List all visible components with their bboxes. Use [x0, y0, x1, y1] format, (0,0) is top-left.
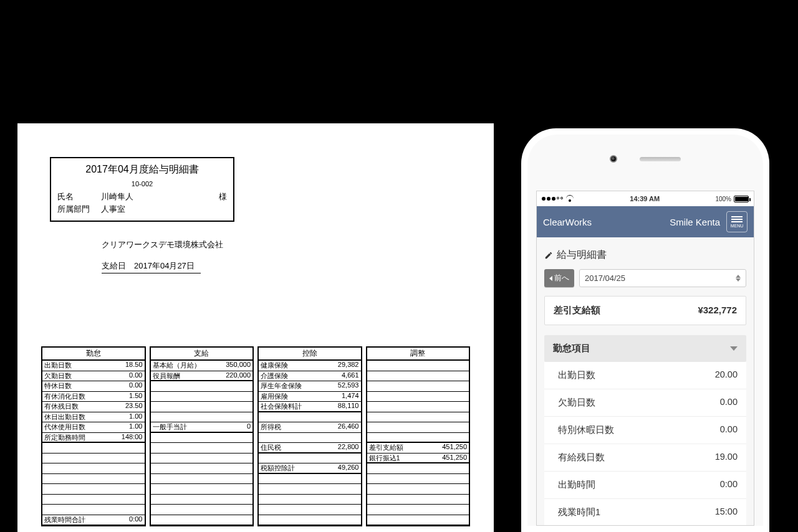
table-row	[151, 402, 253, 412]
table-row	[367, 371, 469, 382]
pencil-icon	[544, 251, 553, 260]
table-row: 差引支給額451,250	[367, 443, 469, 454]
adjustment-header: 調整	[367, 348, 469, 361]
menu-button[interactable]: MENU	[726, 211, 748, 232]
payslip-title: 2017年04月度給与明細書	[57, 162, 227, 178]
chevron-down-icon	[730, 346, 738, 351]
table-row	[367, 392, 469, 402]
table-row: 健康保険29,382	[259, 361, 361, 371]
table-row	[367, 484, 469, 495]
employee-code: 10-002	[57, 179, 227, 189]
payslip-header-box: 2017年04月度給与明細書 10-002 氏名 川崎隼人 様 所属部門 人事室	[50, 157, 234, 222]
table-row	[151, 443, 253, 454]
name-value: 川崎隼人	[101, 191, 208, 203]
table-row: 有休消化日数1.50	[42, 392, 145, 402]
table-row	[367, 412, 469, 423]
user-name: Smile Kenta	[670, 217, 720, 227]
attendance-list: 出勤日数20.00欠勤日数0.00特別休暇日数0.00有給残日数19.00出勤時…	[544, 362, 746, 525]
table-row: 欠勤日数0.00	[42, 371, 145, 382]
adjustment-table: 調整 差引支給額451,250銀行振込1451,250	[366, 346, 471, 526]
status-time: 14:39 AM	[630, 195, 660, 202]
phone-screen: 14:39 AM 100% ClearWorks Smile Kenta MEN…	[536, 191, 754, 526]
camera-icon	[610, 155, 617, 163]
phone-mockup: 14:39 AM 100% ClearWorks Smile Kenta MEN…	[521, 128, 769, 532]
table-row	[367, 474, 469, 485]
list-item: 欠勤日数0.00	[544, 389, 746, 417]
payment-table: 支給 基本給（月給）350,000役員報酬220,000一般手当計0	[150, 346, 254, 526]
page-title: 給与明細書	[544, 249, 746, 262]
dept-label: 所属部門	[57, 203, 101, 216]
dept-row: 所属部門 人事室	[57, 203, 227, 216]
table-row: 役員報酬220,000	[151, 371, 253, 382]
table-row	[367, 422, 469, 433]
table-row: 厚生年金保険52,593	[259, 381, 361, 392]
battery-percent: 100%	[715, 196, 731, 202]
table-row: 基本給（月給）350,000	[151, 361, 253, 371]
table-row: 休日出勤日数1.00	[42, 412, 145, 423]
list-item: 残業時間115:00	[544, 499, 746, 525]
table-row	[367, 381, 469, 392]
table-row	[42, 505, 145, 515]
table-row	[42, 463, 145, 474]
date-select[interactable]: 2017/04/25	[579, 269, 746, 287]
table-row	[367, 433, 469, 444]
table-row: 社会保険料計88,110	[259, 402, 361, 412]
signal-icon	[542, 197, 563, 201]
status-bar: 14:39 AM 100%	[537, 191, 754, 206]
app-body: 給与明細書 前へ 2017/04/25 差引支給額	[537, 237, 754, 525]
payslip-document: 2017年04月度給与明細書 10-002 氏名 川崎隼人 様 所属部門 人事室…	[17, 123, 494, 532]
date-value: 2017/04/25	[585, 273, 625, 283]
table-row	[367, 515, 469, 526]
net-pay-box: 差引支給額 ¥322,772	[544, 296, 746, 325]
table-row	[259, 474, 361, 485]
table-row: 介護保険4,661	[259, 371, 361, 382]
table-row	[151, 433, 253, 444]
table-row	[367, 505, 469, 515]
table-row	[151, 392, 253, 402]
battery-icon	[734, 196, 749, 202]
table-row: 銀行振込1451,250	[367, 454, 469, 464]
page-title-label: 給与明細書	[557, 249, 607, 262]
table-row	[367, 495, 469, 505]
table-row: 所定勤務時間148:00	[42, 433, 145, 444]
table-row	[42, 454, 145, 464]
table-row	[151, 515, 253, 526]
table-row: 残業時間合計0:00	[42, 515, 145, 526]
app-title: ClearWorks	[543, 217, 592, 227]
table-row: 有休残日数23.50	[42, 402, 145, 412]
stepper-icon	[736, 275, 741, 282]
prev-button[interactable]: 前へ	[544, 269, 574, 287]
table-row	[151, 412, 253, 423]
table-row	[259, 412, 361, 423]
deduction-table: 控除 健康保険29,382介護保険4,661厚生年金保険52,593雇用保険1,…	[257, 346, 362, 526]
table-row: 住民税22,800	[259, 443, 361, 454]
table-row	[151, 454, 253, 464]
table-row	[151, 474, 253, 485]
table-row	[151, 381, 253, 392]
payslip-tables: 勤怠 出勤日数18.50欠勤日数0.00特休日数0.00有休消化日数1.50有休…	[41, 346, 470, 526]
attendance-section-header[interactable]: 勤怠項目	[544, 335, 746, 362]
wifi-icon	[565, 194, 574, 203]
table-row: 税額控除計49,260	[259, 463, 361, 474]
table-row	[42, 474, 145, 485]
hamburger-icon	[731, 216, 743, 217]
table-row: 代休使用日数1.00	[42, 422, 145, 433]
net-pay-value: ¥322,772	[698, 305, 737, 316]
payment-header: 支給	[151, 348, 253, 361]
app-header: ClearWorks Smile Kenta MENU	[537, 206, 754, 237]
list-item: 特別休暇日数0.00	[544, 417, 746, 444]
table-row	[259, 454, 361, 464]
table-row	[259, 484, 361, 495]
table-row	[259, 495, 361, 505]
table-row	[259, 515, 361, 526]
list-item: 出勤日数20.00	[544, 362, 746, 389]
table-row	[151, 463, 253, 474]
table-row	[42, 495, 145, 505]
dept-value: 人事室	[101, 203, 208, 216]
list-item: 有給残日数19.00	[544, 444, 746, 472]
table-row	[367, 361, 469, 371]
table-row	[259, 433, 361, 444]
table-row	[367, 463, 469, 474]
table-row: 出勤日数18.50	[42, 361, 145, 371]
attendance-header: 勤怠	[42, 348, 145, 361]
